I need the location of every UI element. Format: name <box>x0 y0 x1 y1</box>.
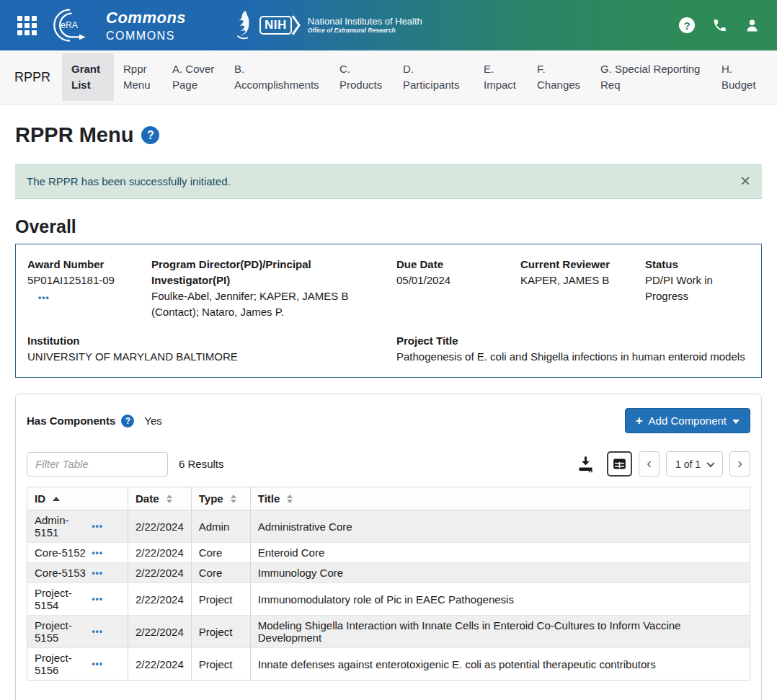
commons-brand[interactable]: Commons COMMONS <box>106 9 186 43</box>
tab-rppr-menu[interactable]: Rppr Menu <box>114 53 163 101</box>
award-actions-menu[interactable]: ••• <box>38 290 151 306</box>
download-icon[interactable] <box>576 454 595 474</box>
row-actions-menu[interactable]: ••• <box>92 659 103 669</box>
row-actions-menu[interactable]: ••• <box>92 594 103 604</box>
svg-text:eRA: eRA <box>61 20 78 30</box>
row-type: Project <box>191 616 250 648</box>
col-header-type: Type <box>199 492 223 505</box>
table-row: Core-5152••• 2/22/2024 Core Enteroid Cor… <box>27 543 750 563</box>
tab-products[interactable]: C. Products <box>330 53 394 101</box>
row-date: 2/22/2024 <box>128 648 192 681</box>
sort-ascending-icon[interactable] <box>53 497 60 501</box>
table-view-button[interactable] <box>607 451 632 477</box>
row-date: 2/22/2024 <box>128 543 192 563</box>
has-components-value: Yes <box>144 415 161 427</box>
due-date-field: Due Date 05/01/2024 <box>396 257 520 320</box>
page-select[interactable]: 1 of 1 <box>666 451 723 477</box>
top-banner: eRA Commons COMMONS NIH National Institu… <box>0 0 777 50</box>
help-icon[interactable]: ? <box>679 17 695 33</box>
row-actions-menu[interactable]: ••• <box>92 548 103 558</box>
tab-budget[interactable]: H. Budget <box>712 53 767 101</box>
row-actions-menu[interactable]: ••• <box>92 521 103 531</box>
tab-special-reporting-req[interactable]: G. Special Reporting Req <box>591 53 712 101</box>
nih-logo-mark: NIH <box>259 16 292 35</box>
institution-value: UNIVERSITY OF MARYLAND BALTIMORE <box>27 349 396 365</box>
table-row: Project-5155••• 2/22/2024 Project Modeli… <box>27 616 750 648</box>
row-actions-menu[interactable]: ••• <box>92 626 103 637</box>
row-id: Project-5154 <box>35 587 92 611</box>
era-logo-icon: eRA <box>51 6 89 44</box>
next-page-button[interactable]: › <box>729 451 750 477</box>
add-component-button[interactable]: + Add Component <box>625 408 750 433</box>
apps-grid-icon[interactable] <box>17 16 37 35</box>
page-help-icon[interactable]: ? <box>141 126 159 144</box>
row-actions-menu[interactable]: ••• <box>92 568 103 578</box>
pdpi-value: Foulke-Abel, Jennifer; KAPER, JAMES B (C… <box>151 288 381 320</box>
current-reviewer-value: KAPER, JAMES B <box>520 273 645 288</box>
rppr-section-nav: RPPR Grant List Rppr Menu A. Cover Page … <box>0 50 777 105</box>
row-type: Project <box>191 648 250 681</box>
pdpi-label: Program Director(PD)/Principal Investiga… <box>151 257 381 288</box>
nih-subtitle: Office of Extramural Research <box>308 27 422 35</box>
nih-title: National Institutes of Health <box>308 17 422 27</box>
award-number-field: Award Number 5P01AI125181-09 ••• <box>27 257 151 320</box>
brand-title: Commons <box>106 9 186 27</box>
has-components-help-icon[interactable]: ? <box>121 415 134 427</box>
col-header-date: Date <box>136 492 159 505</box>
sort-icon[interactable] <box>231 495 236 503</box>
table-row: Project-5156••• 2/22/2024 Project Innate… <box>27 648 750 681</box>
alert-close-icon[interactable]: × <box>740 172 750 190</box>
table-grid-icon <box>612 456 627 471</box>
row-id: Project-5155 <box>35 619 92 644</box>
project-title-field: Project Title Pathogenesis of E. coli an… <box>396 333 750 365</box>
institution-field: Institution UNIVERSITY OF MARYLAND BALTI… <box>27 333 396 365</box>
row-type: Core <box>191 563 250 583</box>
current-reviewer-field: Current Reviewer KAPER, JAMES B <box>520 257 645 320</box>
results-count: 6 Results <box>179 458 224 470</box>
has-components-label: Has Components <box>27 415 115 427</box>
phone-icon[interactable] <box>712 18 727 33</box>
due-date-value: 05/01/2024 <box>396 273 520 288</box>
row-title: Administrative Core <box>250 510 750 543</box>
tab-participants[interactable]: D. Participants <box>394 53 474 101</box>
tab-cover-page[interactable]: A. Cover Page <box>163 53 225 101</box>
award-number-label: Award Number <box>27 257 151 273</box>
row-title: Innate defenses against enterotoxigenic … <box>250 648 750 681</box>
prev-page-button[interactable]: ‹ <box>639 451 660 477</box>
overall-heading: Overall <box>15 216 762 237</box>
chevron-right-icon: › <box>737 456 742 470</box>
row-id: Core-5152 <box>35 546 86 559</box>
tab-impact[interactable]: E. Impact <box>474 53 528 101</box>
add-component-label: Add Component <box>649 415 727 427</box>
tab-accomplishments[interactable]: B. Accomplishments <box>225 53 330 101</box>
row-date: 2/22/2024 <box>128 510 192 543</box>
row-date: 2/22/2024 <box>128 583 192 616</box>
components-card: Has Components ? Yes + Add Component 6 R… <box>15 394 762 700</box>
sort-icon[interactable] <box>287 495 293 503</box>
nih-chevron-icon <box>292 14 301 36</box>
components-table: ID Date Type Title Admin-5151••• 2/22/20… <box>27 487 750 681</box>
nav-prefix: RPPR <box>10 70 52 85</box>
row-id: Project-5156 <box>35 652 92 676</box>
user-icon[interactable] <box>745 18 760 33</box>
award-number-value: 5P01AI125181-09 <box>27 273 151 288</box>
col-header-title: Title <box>258 492 280 505</box>
brand-subtitle: COMMONS <box>106 30 186 43</box>
page-select-value: 1 of 1 <box>675 458 701 470</box>
status-value: PD/PI Work in Progress <box>645 273 750 304</box>
project-title-value: Pathogenesis of E. coli and Shigella inf… <box>396 349 750 365</box>
tab-changes[interactable]: F. Changes <box>528 53 591 101</box>
era-logo[interactable]: eRA <box>51 6 89 44</box>
table-row: Admin-5151••• 2/22/2024 Admin Administra… <box>27 510 750 543</box>
chevron-down-icon <box>706 458 714 466</box>
table-row: Project-5154••• 2/22/2024 Project Immuno… <box>27 583 750 616</box>
row-title: Enteroid Core <box>250 543 750 563</box>
tab-grant-list[interactable]: Grant List <box>62 53 114 101</box>
row-title: Modeling Shigella Interaction with Innat… <box>250 616 750 648</box>
current-reviewer-label: Current Reviewer <box>520 257 645 273</box>
success-alert: The RPPR has been successfully initiated… <box>15 164 762 199</box>
filter-table-input[interactable] <box>27 452 168 477</box>
sort-icon[interactable] <box>166 495 172 503</box>
pdpi-field: Program Director(PD)/Principal Investiga… <box>151 257 396 320</box>
row-title: Immunomodulatory role of Pic in EAEC Pat… <box>250 583 750 616</box>
